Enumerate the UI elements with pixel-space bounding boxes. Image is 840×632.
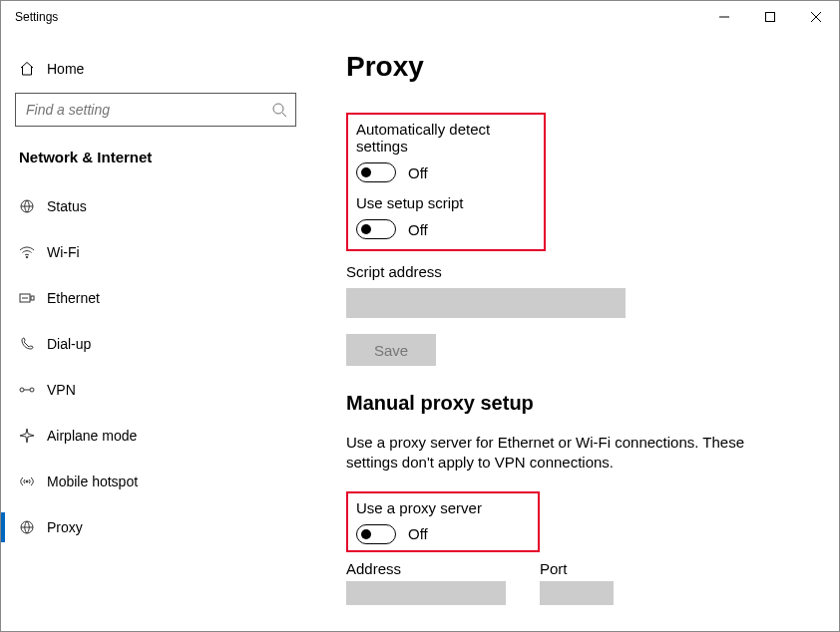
- nav-proxy[interactable]: Proxy: [1, 504, 310, 550]
- nav-wifi[interactable]: Wi-Fi: [1, 229, 310, 275]
- nav-dialup[interactable]: Dial-up: [1, 321, 310, 367]
- proxy-icon: [19, 519, 47, 535]
- nav-hotspot[interactable]: Mobile hotspot: [1, 459, 310, 504]
- svg-line-5: [282, 113, 286, 117]
- close-button[interactable]: [793, 2, 839, 32]
- status-icon: [19, 198, 47, 214]
- minimize-button[interactable]: [701, 2, 747, 32]
- home-nav[interactable]: Home: [1, 51, 310, 87]
- home-label: Home: [47, 61, 84, 77]
- highlight-auto-box: Automatically detect settings Off Use se…: [346, 113, 546, 251]
- manual-description: Use a proxy server for Ethernet or Wi-Fi…: [346, 433, 785, 474]
- use-script-state: Off: [408, 221, 428, 238]
- svg-rect-1: [766, 13, 775, 22]
- airplane-icon: [19, 428, 47, 444]
- use-proxy-state: Off: [408, 525, 428, 542]
- vpn-icon: [19, 382, 47, 398]
- manual-section-title: Manual proxy setup: [346, 392, 799, 415]
- use-script-label: Use setup script: [356, 194, 536, 211]
- svg-point-4: [273, 104, 283, 114]
- svg-rect-9: [31, 296, 34, 300]
- nav-label: Proxy: [47, 519, 83, 535]
- use-proxy-label: Use a proxy server: [356, 499, 482, 516]
- nav-airplane[interactable]: Airplane mode: [1, 413, 310, 459]
- nav-label: Wi-Fi: [47, 244, 80, 260]
- nav-ethernet[interactable]: Ethernet: [1, 275, 310, 321]
- auto-detect-label: Automatically detect settings: [356, 121, 536, 155]
- nav-vpn[interactable]: VPN: [1, 367, 310, 413]
- svg-point-7: [26, 256, 28, 258]
- save-button: Save: [346, 334, 436, 366]
- port-label: Port: [540, 560, 614, 577]
- svg-point-12: [30, 388, 34, 392]
- nav-label: Dial-up: [47, 336, 91, 352]
- nav-label: Airplane mode: [47, 428, 137, 444]
- use-script-toggle[interactable]: [356, 219, 396, 239]
- window-title: Settings: [15, 10, 58, 24]
- nav-label: Status: [47, 198, 87, 214]
- title-bar: Settings: [1, 1, 839, 33]
- home-icon: [19, 61, 47, 77]
- hotspot-icon: [19, 474, 47, 489]
- svg-point-11: [20, 388, 24, 392]
- sidebar: Home Network & Internet Status: [1, 33, 310, 632]
- nav-status[interactable]: Status: [1, 183, 310, 229]
- sidebar-section-title: Network & Internet: [1, 139, 310, 183]
- use-proxy-toggle[interactable]: [356, 524, 396, 544]
- search-icon: [271, 102, 287, 118]
- nav-label: Ethernet: [47, 290, 100, 306]
- ethernet-icon: [19, 290, 47, 306]
- search-input[interactable]: [26, 102, 271, 118]
- dialup-icon: [19, 336, 47, 352]
- nav-label: Mobile hotspot: [47, 474, 138, 489]
- port-input: [540, 581, 614, 605]
- auto-detect-toggle[interactable]: [356, 162, 396, 182]
- svg-point-14: [26, 480, 28, 482]
- script-address-label: Script address: [346, 263, 799, 280]
- wifi-icon: [19, 244, 47, 260]
- auto-detect-state: Off: [408, 164, 428, 181]
- maximize-button[interactable]: [747, 2, 793, 32]
- page-title: Proxy: [346, 51, 799, 83]
- highlight-proxy-box: Use a proxy server Off: [346, 491, 540, 552]
- address-input: [346, 581, 506, 605]
- script-address-input: [346, 288, 626, 318]
- search-box[interactable]: [15, 93, 296, 127]
- nav-label: VPN: [47, 382, 76, 398]
- address-label: Address: [346, 560, 506, 577]
- main-content: Proxy Automatically detect settings Off …: [310, 33, 839, 632]
